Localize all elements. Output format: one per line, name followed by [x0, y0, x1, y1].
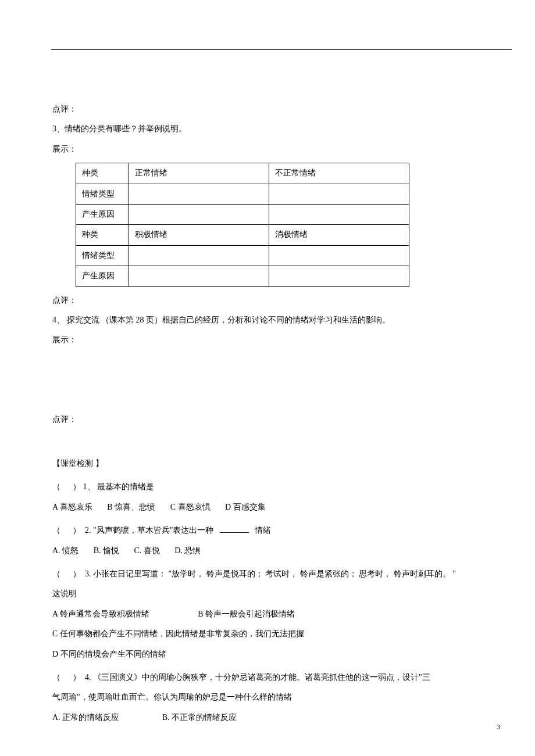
q3t-stem-l1: 小张在日记里写道： "放学时， 铃声是悦耳的； 考试时， 铃声是紧张的； 思考时… [93, 569, 456, 578]
paren-close: ） [73, 673, 81, 682]
section-header: 【课堂检测 】 [52, 457, 488, 470]
q4-stem: 4、 探究交流 （课本第 28 页）根据自己的经历，分析和讨论不同的情绪对学习和… [52, 314, 488, 327]
q3t-opt-c[interactable]: C 任何事物都会产生不同情绪，因此情绪是非常复杂的，我们无法把握 [52, 628, 488, 640]
q3-display-label: 展示： [52, 143, 488, 156]
table-row: 情绪类型 [76, 184, 409, 204]
q4t-opt-a[interactable]: A. 正常的情绪反应 [52, 713, 119, 722]
cell-blank[interactable] [129, 266, 269, 286]
q3t-opt-d[interactable]: D 不同的情境会产生不同的情绪 [52, 648, 488, 661]
q3t-options-row1: A 铃声通常会导致积极情绪 B 铃声一般会引起消极情绪 [52, 608, 488, 621]
table-row: 种类 积极情绪 消极情绪 [76, 225, 409, 245]
table-row: 产生原因 [76, 266, 409, 286]
q2-opt-a[interactable]: A. 愤怒 [52, 546, 79, 555]
q4t-opt-b[interactable]: B. 不正常的情绪反应 [162, 713, 237, 722]
test-q2: （ ） 2. "风声鹤唳，草木皆兵"表达出一种 情绪 [52, 524, 488, 537]
q3t-opt-b[interactable]: B 铃声一般会引起消极情绪 [198, 610, 295, 618]
cell-r1c1: 种类 [76, 163, 129, 184]
paren-open: （ [52, 526, 60, 535]
cell-r1c2: 正常情绪 [129, 163, 269, 184]
paren-close: ） [73, 482, 81, 491]
fill-blank[interactable] [220, 532, 249, 533]
test-q3: （ ） 3. 小张在日记里写道： "放学时， 铃声是悦耳的； 考试时， 铃声是紧… [52, 568, 488, 581]
q1-options: A 喜怒哀乐 B 惊喜、悲愤 C 喜怒哀惧 D 百感交集 [52, 501, 488, 514]
q4t-num: 4. [85, 673, 91, 682]
q3-stem: 3、情绪的分类有哪些？并举例说明。 [52, 123, 488, 135]
cell-blank[interactable] [129, 245, 269, 266]
paren-close: ） [73, 526, 81, 535]
cell-blank[interactable] [269, 266, 409, 286]
cell-r4c1: 种类 [76, 225, 129, 245]
q1-num: 1、 [83, 482, 95, 491]
q1-opt-b[interactable]: B 惊喜、悲愤 [107, 503, 155, 511]
q3t-stem-l2: 这说明 [52, 587, 488, 600]
q1-opt-a[interactable]: A 喜怒哀乐 [52, 503, 92, 511]
paren-open: （ [52, 569, 60, 578]
cell-r4c3: 消极情绪 [269, 225, 409, 245]
q4-display-label: 展示： [52, 334, 488, 346]
q4t-options: A. 正常的情绪反应 B. 不正常的情绪反应 [52, 711, 488, 724]
q2-options: A. 愤怒 B. 愉悦 C. 喜悦 D. 恐惧 [52, 544, 488, 557]
page-content: 点评： 3、情绪的分类有哪些？并举例说明。 展示： 种类 正常情绪 不正常情绪 … [0, 0, 535, 754]
cell-r4c2: 积极情绪 [129, 225, 269, 245]
q2-opt-c[interactable]: C. 喜悦 [134, 546, 159, 555]
q3t-num: 3. [85, 569, 91, 578]
paren-open: （ [52, 673, 60, 682]
cell-r2c1: 情绪类型 [76, 184, 129, 204]
q3-table: 种类 正常情绪 不正常情绪 情绪类型 产生原因 种类 积极情绪 消极情绪 情绪类… [76, 163, 409, 286]
page-divider [51, 49, 512, 50]
cell-r1c3: 不正常情绪 [269, 163, 409, 184]
table-row: 情绪类型 [76, 245, 409, 266]
q2-opt-b[interactable]: B. 愉悦 [94, 546, 119, 555]
q3t-opt-a[interactable]: A 铃声通常会导致积极情绪 [52, 610, 149, 618]
cell-r5c1: 情绪类型 [76, 245, 129, 266]
q4t-stem-l1: 《三国演义》中的周瑜心胸狭窄，十分妒忌诸葛亮的才能。诸葛亮抓住他的这一弱点，设计… [93, 673, 430, 682]
answer-blank[interactable] [63, 482, 71, 491]
q2-stem-pre: "风声鹤唳，草木皆兵"表达出一种 [93, 526, 213, 535]
page-number: 3 [497, 722, 500, 733]
q4t-stem-l2: 气周瑜"，使周瑜吐血而亡。你认为周瑜的妒忌是一种什么样的情绪 [52, 691, 488, 704]
test-q1: （ ） 1、 最基本的情绪是 [52, 481, 488, 493]
answer-blank[interactable] [63, 526, 71, 535]
table-row: 产生原因 [76, 204, 409, 224]
test-q4: （ ） 4. 《三国演义》中的周瑜心胸狭窄，十分妒忌诸葛亮的才能。诸葛亮抓住他的… [52, 671, 488, 684]
q2-stem-post: 情绪 [255, 526, 271, 535]
cell-r3c1: 产生原因 [76, 204, 129, 224]
q-previous-comment: 点评： [52, 103, 488, 116]
answer-blank[interactable] [63, 673, 71, 682]
q1-opt-d[interactable]: D 百感交集 [225, 503, 266, 511]
cell-r6c1: 产生原因 [76, 266, 129, 286]
table-row: 种类 正常情绪 不正常情绪 [76, 163, 409, 184]
q1-opt-c[interactable]: C 喜怒哀惧 [170, 503, 211, 511]
q1-stem: 最基本的情绪是 [97, 482, 154, 491]
q2-opt-d[interactable]: D. 恐惧 [174, 546, 201, 555]
q4-comment-label: 点评： [52, 413, 488, 426]
cell-blank[interactable] [269, 204, 409, 224]
q2-num: 2. [85, 526, 91, 535]
q3-comment-label: 点评： [52, 294, 488, 307]
paren-open: （ [52, 482, 60, 491]
cell-blank[interactable] [269, 184, 409, 204]
cell-blank[interactable] [129, 204, 269, 224]
paren-close: ） [73, 569, 81, 578]
answer-blank[interactable] [63, 569, 71, 578]
cell-blank[interactable] [129, 184, 269, 204]
cell-blank[interactable] [269, 245, 409, 266]
